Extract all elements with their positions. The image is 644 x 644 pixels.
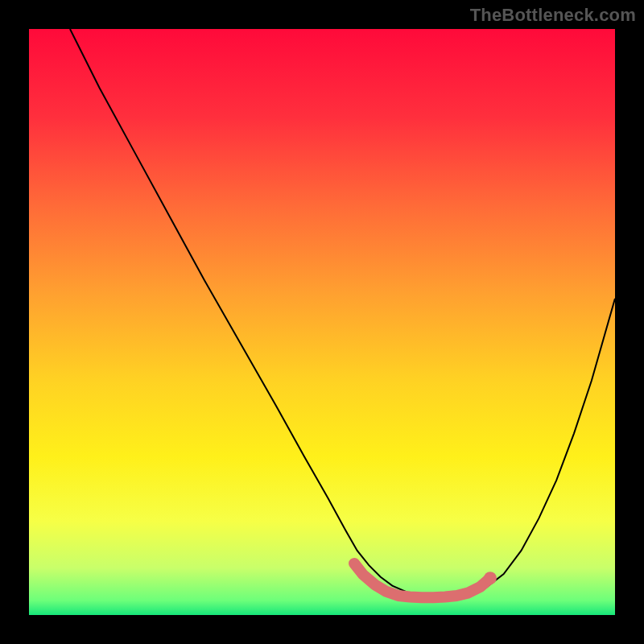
- chart-canvas: [29, 29, 615, 615]
- watermark-label: TheBottleneck.com: [470, 5, 636, 26]
- plot-area: [29, 29, 615, 615]
- gradient-background: [29, 29, 615, 615]
- plateau-end-dot: [484, 572, 497, 584]
- chart-frame: TheBottleneck.com: [0, 0, 644, 644]
